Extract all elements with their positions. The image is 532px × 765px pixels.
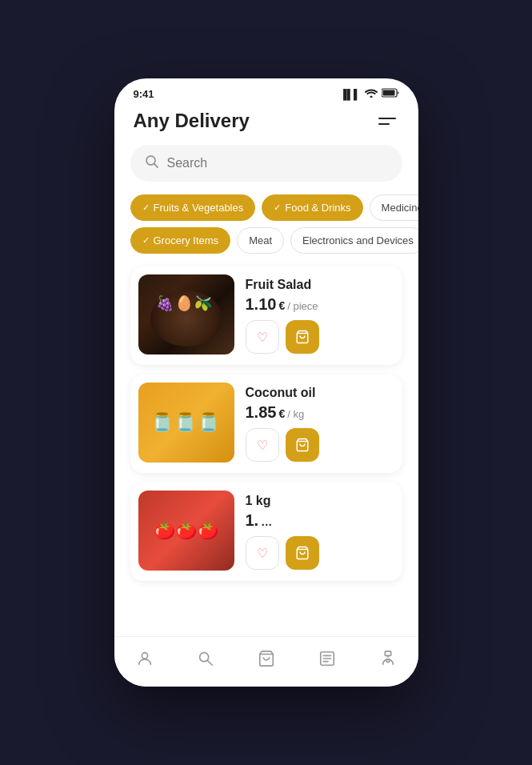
svg-point-7: [199, 653, 208, 662]
svg-rect-10: [385, 651, 390, 656]
product-list: Fruit Salad 1.10 € / piece ♡: [114, 260, 418, 645]
filter-row-1: ✓ Fruits & Vegetables ✓ Food & Drinks Me…: [114, 194, 418, 227]
product-card-1: Fruit Salad 1.10 € / piece ♡: [130, 266, 402, 365]
filter-chip-meat[interactable]: Meat: [237, 227, 284, 254]
filter-chip-electronics[interactable]: Electronics and Devices: [290, 227, 418, 254]
nav-account[interactable]: [366, 647, 410, 671]
product-price-1: 1.10 € / piece: [246, 295, 394, 314]
wishlist-button-1[interactable]: ♡: [246, 320, 279, 354]
filter-label: Grocery Items: [154, 234, 219, 246]
product-actions-3: ♡: [246, 536, 394, 570]
product-price-3: 1. …: [246, 511, 394, 530]
product-name-3: 1 kg: [246, 494, 394, 508]
check-icon: ✓: [142, 235, 150, 246]
app-title: Any Delivery: [134, 110, 250, 132]
filter-label: Medicine: [382, 202, 418, 214]
filter-chip-grocery[interactable]: ✓ Grocery Items: [130, 227, 231, 254]
nav-cart[interactable]: [245, 647, 288, 671]
product-info-2: Coconut oil 1.85 € / kg ♡: [246, 382, 394, 465]
filter-chip-medicine[interactable]: Medicine: [370, 194, 418, 221]
bottom-nav: [114, 636, 418, 687]
wifi-icon: [365, 88, 378, 100]
product-card-2: Coconut oil 1.85 € / kg ♡: [130, 374, 402, 473]
filter-chip-fruits[interactable]: ✓ Fruits & Vegetables: [130, 194, 256, 221]
status-bar: 9:41 ▐▌▌: [114, 78, 418, 103]
status-time: 9:41: [134, 88, 154, 100]
price-value-2: 1.85: [246, 403, 277, 422]
app-header: Any Delivery: [114, 103, 418, 145]
filter-label: Fruits & Vegetables: [154, 202, 244, 214]
phone-frame: 9:41 ▐▌▌ Any Delivery: [114, 78, 418, 687]
price-unit-1: / piece: [287, 300, 318, 312]
price-unit-2: / kg: [287, 408, 304, 420]
product-name-2: Coconut oil: [246, 386, 394, 400]
product-info-1: Fruit Salad 1.10 € / piece ♡: [246, 274, 394, 357]
search-bar[interactable]: [130, 145, 402, 182]
product-info-3: 1 kg 1. … ♡: [246, 491, 394, 573]
add-to-cart-button-3[interactable]: [286, 536, 319, 570]
nav-profile[interactable]: [123, 647, 166, 671]
check-icon: ✓: [142, 202, 150, 213]
svg-rect-1: [382, 90, 394, 96]
menu-button[interactable]: [375, 114, 399, 128]
price-value-3: 1.: [246, 511, 259, 530]
currency-1: €: [278, 299, 285, 312]
currency-2: €: [278, 407, 285, 420]
product-image-3: [138, 491, 234, 571]
menu-line-1: [378, 118, 396, 119]
filter-label: Food & Drinks: [285, 202, 350, 214]
product-actions-1: ♡: [246, 320, 394, 354]
status-icons: ▐▌▌: [340, 88, 399, 100]
add-to-cart-button-2[interactable]: [286, 428, 319, 462]
product-image-1: [138, 274, 234, 354]
product-image-2: [138, 382, 234, 463]
filter-chip-food[interactable]: ✓ Food & Drinks: [262, 194, 362, 221]
nav-orders[interactable]: [306, 647, 349, 671]
product-price-2: 1.85 € / kg: [246, 403, 394, 422]
search-icon: [145, 154, 159, 172]
product-actions-2: ♡: [246, 428, 394, 462]
product-card-3: 1 kg 1. … ♡: [130, 483, 402, 581]
svg-point-6: [142, 653, 147, 659]
add-to-cart-button-1[interactable]: [286, 320, 319, 354]
wishlist-button-3[interactable]: ♡: [246, 536, 279, 570]
svg-point-11: [386, 659, 390, 663]
price-value-1: 1.10: [246, 295, 277, 314]
currency-3: …: [261, 515, 272, 528]
wishlist-button-2[interactable]: ♡: [246, 428, 279, 462]
product-name-1: Fruit Salad: [246, 278, 394, 292]
battery-icon: [382, 88, 399, 100]
menu-line-2: [378, 123, 390, 125]
filter-label: Meat: [249, 234, 272, 246]
signal-icon: ▐▌▌: [340, 89, 361, 100]
check-icon: ✓: [274, 202, 281, 213]
search-input[interactable]: [167, 156, 388, 170]
filter-row-2: ✓ Grocery Items Meat Electronics and Dev…: [114, 227, 418, 260]
nav-search[interactable]: [184, 647, 227, 671]
filter-label: Electronics and Devices: [302, 234, 414, 246]
